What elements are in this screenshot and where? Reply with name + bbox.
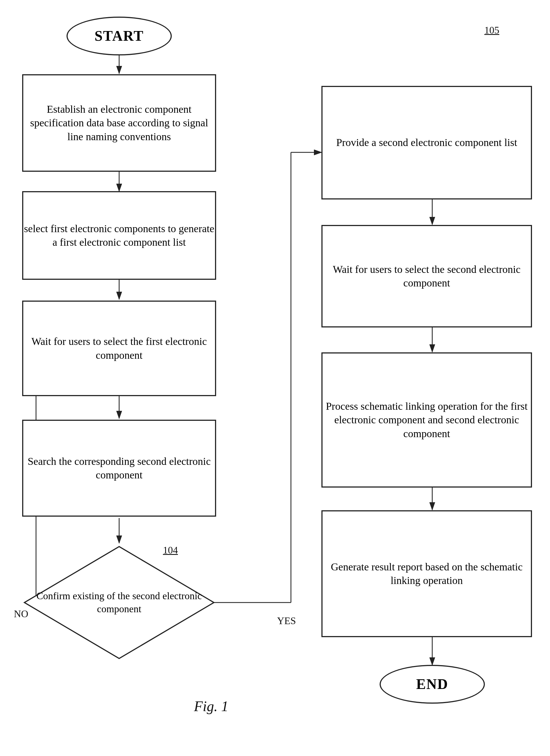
fig-label: Fig. 1 <box>194 698 228 714</box>
label-105: 105 <box>484 24 499 36</box>
shape-101: select first electronic components to ge… <box>22 191 216 280</box>
shape-104: Confirm existing of the second electroni… <box>22 544 216 661</box>
shape-104-text: Confirm existing of the second electroni… <box>22 587 216 618</box>
shape-100: Establish an electronic component specif… <box>22 74 216 172</box>
shape-103: Search the corresponding second electron… <box>22 420 216 517</box>
shape-105: Provide a second electronic component li… <box>321 86 532 199</box>
shape-106: Wait for users to select the second elec… <box>321 225 532 327</box>
shape-102: Wait for users to select the first elect… <box>22 301 216 396</box>
yes-label: YES <box>277 615 296 627</box>
shape-107: Process schematic linking operation for … <box>321 352 532 488</box>
shape-108: Generate result report based on the sche… <box>321 510 532 637</box>
start-shape: START <box>66 17 172 55</box>
diagram: START 100 Establish an electronic compon… <box>0 0 550 756</box>
end-shape: END <box>380 665 485 704</box>
